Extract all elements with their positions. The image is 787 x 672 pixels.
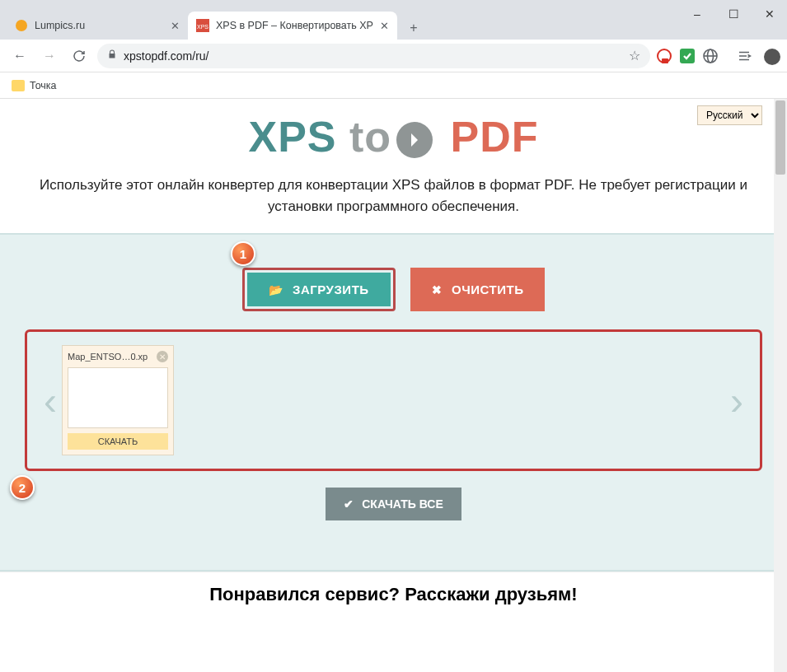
back-button[interactable]: ← (8, 44, 31, 68)
extension-icon-2[interactable] (680, 49, 695, 63)
profile-avatar[interactable] (764, 49, 779, 63)
tab-title: Lumpics.ru (35, 20, 164, 31)
actions-section: 📂 ЗАГРУЗИТЬ ✖ ОЧИСТИТЬ 1 ‹ (0, 233, 787, 572)
carousel-next[interactable]: › (725, 378, 748, 423)
tab-close-icon[interactable]: ✕ (380, 20, 389, 32)
tab-xpstopdf[interactable]: XPS XPS в PDF – Конвертировать XP ✕ (188, 12, 397, 40)
file-thumbnail (68, 367, 168, 428)
logo-xps: XPS (248, 113, 336, 161)
file-card: Map_ENTSO…0.xp ✕ СКАЧАТЬ (62, 345, 174, 455)
upload-button[interactable]: 📂 ЗАГРУЗИТЬ (247, 273, 391, 306)
close-icon: ✖ (432, 283, 443, 296)
svg-rect-4 (662, 58, 668, 63)
window-close[interactable]: ✕ (762, 7, 777, 21)
favicon-xpstopdf: XPS (196, 19, 209, 32)
clear-button[interactable]: ✖ ОЧИСТИТЬ (410, 268, 546, 311)
share-heading: Понравился сервис? Расскажи друзьям! (0, 572, 787, 617)
tabstrip: Lumpics.ru ✕ XPS XPS в PDF – Конвертиров… (0, 8, 787, 40)
upload-button-label: ЗАГРУЗИТЬ (293, 282, 369, 296)
url-text: xpstopdf.com/ru/ (124, 49, 622, 63)
file-remove-icon[interactable]: ✕ (157, 351, 168, 362)
file-drop-zone[interactable]: ‹ Map_ENTSO…0.xp ✕ СКАЧАТЬ › (34, 338, 753, 462)
forward-button[interactable]: → (38, 44, 61, 68)
file-name: Map_ENTSO…0.xp (68, 352, 148, 362)
callout-2: 2 (10, 475, 35, 500)
window-maximize[interactable]: ☐ (726, 7, 741, 21)
extension-icons (657, 44, 779, 68)
logo-pdf: PDF (451, 113, 539, 161)
site-logo: XPS to PDF (0, 99, 787, 170)
download-all-button[interactable]: ✔ СКАЧАТЬ ВСЕ (326, 488, 461, 520)
svg-point-12 (764, 49, 780, 65)
scrollbar-thumb[interactable] (775, 100, 785, 175)
file-download-button[interactable]: СКАЧАТЬ (68, 433, 168, 450)
download-all-label: СКАЧАТЬ ВСЕ (362, 497, 443, 511)
folder-open-icon: 📂 (269, 283, 283, 296)
lock-icon (107, 49, 117, 63)
toolbar: ← → xpstopdf.com/ru/ ☆ (0, 40, 787, 72)
favicon-lumpics (15, 19, 28, 32)
page-description: Используйте этот онлайн конвертер для ко… (0, 170, 787, 233)
bookmark-star-icon[interactable]: ☆ (629, 48, 640, 63)
extension-icon-1[interactable] (657, 49, 672, 63)
carousel-prev[interactable]: ‹ (39, 378, 62, 423)
window-minimize[interactable]: – (690, 7, 705, 21)
file-zone-highlighted: ‹ Map_ENTSO…0.xp ✕ СКАЧАТЬ › (25, 329, 762, 471)
folder-icon (12, 80, 25, 91)
check-icon: ✔ (344, 497, 354, 511)
clear-button-label: ОЧИСТИТЬ (452, 282, 523, 296)
bookmarks-bar: Точка (0, 72, 787, 99)
bookmark-item[interactable]: Точка (30, 80, 57, 91)
extension-icon-3[interactable] (703, 49, 718, 63)
address-bar[interactable]: xpstopdf.com/ru/ ☆ (97, 44, 650, 68)
logo-to: to (349, 112, 433, 161)
tab-title: XPS в PDF – Конвертировать XP (216, 20, 373, 31)
reading-list-icon[interactable] (733, 44, 756, 68)
callout-1: 1 (231, 241, 255, 266)
tab-lumpics[interactable]: Lumpics.ru ✕ (7, 12, 188, 40)
svg-text:XPS: XPS (197, 24, 208, 30)
tab-close-icon[interactable]: ✕ (171, 20, 180, 32)
vertical-scrollbar[interactable] (774, 99, 787, 672)
logo-arrow-icon (396, 122, 433, 158)
page-viewport: Русский XPS to PDF Используйте этот онла… (0, 99, 787, 672)
reload-button[interactable] (68, 44, 91, 68)
new-tab-button[interactable]: + (402, 16, 425, 40)
language-select[interactable]: Русский (697, 105, 762, 125)
svg-point-0 (16, 20, 27, 31)
